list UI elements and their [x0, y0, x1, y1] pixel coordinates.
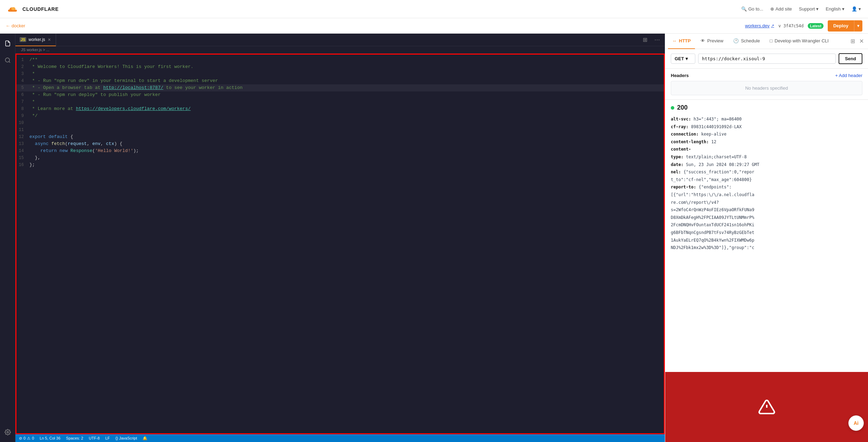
code-line-3: 3 * [15, 70, 665, 77]
workers-dev-link[interactable]: workers.dev ↗ [745, 23, 774, 28]
goto-link[interactable]: 🔍 Go to... [741, 6, 763, 12]
status-line-ending[interactable]: LF [105, 436, 110, 440]
error-triangle-icon [758, 398, 776, 416]
back-link[interactable]: ← docker [6, 23, 25, 28]
code-line-8: 8 * Learn more at https://developers.clo… [15, 105, 665, 112]
resp-header-content-length: content-length: 12 [671, 138, 862, 146]
code-line-2: 2 * Welcome to Cloudflare Workers! This … [15, 63, 665, 70]
tab-bar-actions: ⊞ ⋯ [641, 36, 665, 44]
localhost-link[interactable]: http://localhost:8787/ [103, 85, 164, 90]
resp-header-report-to: report-to: {"endpoints":[{"url":"https:\… [671, 184, 862, 251]
http-icon: ↔ [672, 38, 677, 43]
external-link-icon: ↗ [771, 23, 774, 28]
resp-header-cf-ray: cf-ray: 89831c440191092d-LAX [671, 123, 862, 131]
tab-schedule[interactable]: 🕐 Schedule [729, 34, 764, 49]
nav-actions: 🔍 Go to... ⊕ Add site Support ▾ English … [741, 6, 861, 12]
status-bar: ⊘ 0 ⚠ 0 Ln 5, Col 36 Spaces: 2 UTF-8 LF … [15, 434, 665, 442]
status-errors[interactable]: ⊘ 0 ⚠ 0 [19, 436, 34, 441]
more-options-button[interactable]: ⋯ [652, 36, 662, 44]
status-encoding[interactable]: UTF-8 [89, 436, 100, 440]
status-spaces[interactable]: Spaces: 2 [66, 436, 83, 440]
version-badge: v 3f47c54d [778, 23, 804, 28]
left-sidebar [0, 34, 15, 442]
ai-fab-button[interactable]: Ai [848, 415, 864, 431]
panel-close-button[interactable]: ✕ [858, 36, 865, 46]
editor-tab-worker-js[interactable]: JS worker.js × [15, 34, 56, 46]
no-headers-placeholder: No headers specified [671, 81, 862, 95]
chevron-down-icon: ▾ [859, 6, 861, 12]
code-line-6: 6 * - Run "npm run deploy" to publish yo… [15, 91, 665, 98]
code-line-9: 9 */ [15, 112, 665, 119]
cloudflare-logo-icon [7, 3, 20, 15]
panel-expand-button[interactable]: ⊞ [849, 36, 856, 46]
logo-text: CLOUDFLARE [22, 6, 58, 12]
right-panel: ↔ HTTP 👁 Preview 🕐 Schedule □ Develop wi… [665, 34, 868, 442]
editor-area: JS worker.js × ⊞ ⋯ JS worker.js > ... 1 … [15, 34, 665, 442]
tab-bar: JS worker.js × ⊞ ⋯ [15, 34, 665, 46]
user-icon: 👤 [852, 6, 857, 12]
headers-label: Headers [671, 73, 689, 78]
schedule-icon: 🕐 [733, 38, 739, 43]
deploy-dropdown-button[interactable]: ▾ [854, 20, 862, 32]
response-headers: alt-svc: h3=":443"; ma=86400 cf-ray: 898… [671, 116, 862, 252]
sidebar-bottom [2, 427, 13, 438]
split-editor-button[interactable]: ⊞ [641, 36, 649, 44]
status-code: 200 [677, 104, 688, 111]
arrow-left-icon: ← [6, 23, 10, 28]
method-select[interactable]: GET ▾ [671, 54, 695, 64]
main-layout: JS worker.js × ⊞ ⋯ JS worker.js > ... 1 … [0, 34, 868, 442]
code-line-14: 14 return new Response('Hello World!'); [15, 147, 665, 154]
code-line-13: 13 async fetch(request, env, ctx) { [15, 140, 665, 147]
latest-badge: Latest [808, 23, 823, 29]
svg-line-2 [9, 61, 10, 62]
subheader: ← docker workers.dev ↗ v 3f47c54d Latest… [0, 18, 868, 34]
status-bell[interactable]: 🔔 [143, 436, 147, 441]
code-line-11: 11 [15, 126, 665, 133]
add-header-button[interactable]: + Add header [835, 73, 862, 78]
code-line-12: 12 export default { [15, 133, 665, 140]
request-bar: GET ▾ Send [665, 49, 868, 69]
top-navigation: CLOUDFLARE 🔍 Go to... ⊕ Add site Support… [0, 0, 868, 18]
language-link[interactable]: English ▾ [826, 6, 845, 12]
headers-section: Headers + Add header No headers specifie… [665, 69, 868, 100]
warning-icon: ⚠ [27, 436, 30, 441]
chevron-down-icon: ▾ [842, 6, 845, 12]
cloudflare-docs-link[interactable]: https://developers.cloudflare.com/worker… [76, 106, 191, 111]
chevron-down-icon: ▾ [816, 6, 819, 12]
code-line-10: 10 [15, 119, 665, 126]
tab-preview[interactable]: 👁 Preview [696, 34, 728, 49]
bell-icon: 🔔 [143, 436, 147, 441]
tab-http[interactable]: ↔ HTTP [668, 34, 695, 49]
code-editor[interactable]: 1 /** 2 * Welcome to Cloudflare Workers!… [15, 54, 665, 434]
status-dot-green [671, 106, 674, 110]
editor-breadcrumb: JS worker.js > ... [15, 46, 665, 54]
sidebar-search-icon[interactable] [2, 55, 13, 66]
http-section: GET ▾ Send Headers + Add header No heade… [665, 49, 868, 442]
user-account-link[interactable]: 👤 ▾ [852, 6, 861, 12]
status-language[interactable]: {} JavaScript [116, 436, 137, 440]
svg-point-1 [5, 58, 9, 62]
logo[interactable]: CLOUDFLARE [7, 3, 58, 15]
headers-header: Headers + Add header [671, 73, 862, 78]
support-link[interactable]: Support ▾ [799, 6, 819, 12]
code-line-4: 4 * - Run "npm run dev" in your terminal… [15, 77, 665, 84]
tab-wrangler[interactable]: □ Develop with Wrangler CLI [765, 34, 833, 49]
resp-header-alt-svc: alt-svc: h3=":443"; ma=86400 [671, 116, 862, 123]
deploy-button[interactable]: Deploy [828, 20, 854, 32]
sidebar-files-icon[interactable] [2, 38, 13, 49]
right-panel-tabs: ↔ HTTP 👁 Preview 🕐 Schedule □ Develop wi… [665, 34, 868, 49]
add-site-link[interactable]: ⊕ Add site [770, 6, 792, 12]
send-button[interactable]: Send [839, 53, 862, 64]
error-overlay [665, 372, 868, 442]
resp-header-content-type: content- type: text/plain;charset=UTF-8 [671, 146, 862, 161]
sidebar-settings-icon[interactable] [2, 427, 13, 438]
code-line-1: 1 /** [15, 56, 665, 63]
response-section: 200 alt-svc: h3=":443"; ma=86400 cf-ray:… [665, 100, 868, 372]
status-position[interactable]: Ln 5, Col 36 [40, 436, 60, 440]
search-icon: 🔍 [741, 6, 747, 12]
code-line-16: 16 }; [15, 161, 665, 168]
response-status: 200 [671, 104, 862, 111]
tab-close-button[interactable]: × [47, 36, 51, 43]
url-input[interactable] [698, 54, 836, 64]
resp-header-connection: connection: keep-alive [671, 131, 862, 138]
